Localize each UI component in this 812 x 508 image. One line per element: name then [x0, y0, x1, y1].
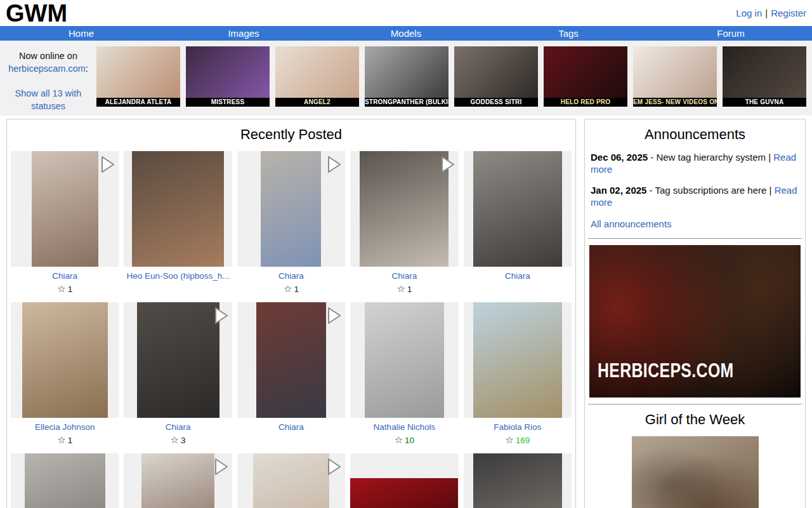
- star-rating: ☆1: [235, 283, 348, 294]
- online-model-thumb[interactable]: ALEJANDRA ATLETA: [96, 46, 180, 112]
- image-thumbnail[interactable]: [124, 453, 232, 508]
- online-model-thumb[interactable]: GODDESS SITRI: [454, 46, 538, 112]
- online-model-name-label: GODDESS SITRI: [454, 98, 538, 107]
- online-model-thumb[interactable]: ANGEL2: [275, 46, 359, 112]
- image-thumbnail[interactable]: [237, 151, 345, 267]
- all-announcements-link[interactable]: All announcements: [591, 218, 672, 229]
- image-card: [235, 453, 348, 508]
- online-colon: :: [86, 64, 88, 74]
- image-card: Chiara: [461, 151, 574, 294]
- recently-posted-title: Recently Posted: [7, 126, 575, 143]
- model-name-link[interactable]: Chiara: [278, 422, 304, 432]
- photo: [132, 151, 224, 267]
- model-name: Heo Eun-Soo (hipboss_h...: [121, 271, 234, 281]
- nav-item-models[interactable]: Models: [325, 28, 487, 39]
- nav-item-images[interactable]: Images: [162, 28, 325, 39]
- site-logo[interactable]: GWM: [6, 1, 67, 25]
- image-thumbnail[interactable]: [237, 302, 345, 418]
- photo: [137, 302, 219, 418]
- sidebar-divider: [588, 404, 802, 404]
- photo: [350, 478, 458, 508]
- girl-of-the-week-image[interactable]: [632, 436, 759, 508]
- model-name-link[interactable]: Nathalie Nichols: [374, 422, 436, 432]
- model-name-link[interactable]: Chiara: [505, 271, 530, 281]
- online-prefix: Now online on: [19, 51, 77, 61]
- image-card: Chiara: [235, 302, 348, 445]
- photo: [22, 302, 108, 418]
- image-thumbnail[interactable]: [350, 453, 458, 508]
- image-thumbnail[interactable]: [350, 302, 458, 418]
- model-name: Chiara: [348, 271, 461, 281]
- image-card: [121, 453, 234, 508]
- nav-item-home[interactable]: Home: [0, 28, 162, 39]
- star-count: 3: [181, 436, 186, 445]
- model-name-link[interactable]: Ellecia Johnson: [35, 422, 95, 432]
- online-model-thumb[interactable]: STRONGPANTHER (BULKIN: [365, 46, 449, 112]
- online-thumbs-row: ALEJANDRA ATLETAMISTRESSANGEL2STRONGPANT…: [96, 46, 806, 112]
- image-thumbnail[interactable]: [11, 151, 119, 267]
- model-name: Chiara: [461, 271, 574, 281]
- online-model-name-label: EM JESS- NEW VIDEOS ON: [633, 98, 717, 107]
- herbicepscam-link[interactable]: herbicepscam.com: [8, 64, 86, 74]
- photo: [360, 151, 449, 267]
- online-model-thumb[interactable]: MISTRESS: [186, 46, 270, 112]
- star-rating: ☆1: [8, 283, 121, 294]
- photo: [473, 151, 562, 267]
- star-rating: ☆1: [8, 434, 121, 445]
- top-header: GWM Log in|Register: [0, 0, 812, 26]
- online-model-name-label: MISTRESS: [186, 98, 270, 107]
- image-thumbnail[interactable]: [11, 453, 119, 508]
- model-name-link[interactable]: Chiara: [278, 271, 304, 281]
- model-name-link[interactable]: Chiara: [52, 271, 77, 281]
- image-card: Chiara☆1: [8, 151, 121, 294]
- image-thumbnail[interactable]: [350, 151, 458, 267]
- herbiceps-banner-ad[interactable]: HERBICEPS.COM: [589, 245, 801, 398]
- online-model-thumb[interactable]: EM JESS- NEW VIDEOS ON: [633, 46, 717, 112]
- image-thumbnail[interactable]: [11, 302, 119, 418]
- main-nav: HomeImagesModelsTagsForum: [0, 26, 812, 41]
- login-link[interactable]: Log in: [736, 8, 762, 18]
- star-rating: ☆3: [121, 434, 234, 445]
- image-card: Ellecia Johnson☆1: [8, 302, 121, 445]
- image-thumbnail[interactable]: [464, 151, 572, 267]
- star-count: 1: [407, 284, 412, 294]
- image-thumbnail[interactable]: [464, 302, 572, 418]
- image-thumbnail[interactable]: [237, 453, 345, 508]
- online-model-thumb[interactable]: HELO RED PRO: [544, 46, 627, 112]
- register-link[interactable]: Register: [771, 8, 806, 18]
- play-icon: [211, 305, 230, 326]
- photo: [256, 302, 326, 418]
- star-rating: ☆10: [348, 434, 461, 445]
- model-name-link[interactable]: Chiara: [392, 271, 417, 281]
- announcements-list: Dec 06, 2025 - New tag hierarchy system …: [587, 151, 803, 208]
- image-card: Fabiola Rios☆169: [461, 302, 574, 445]
- star-rating: ☆1: [348, 283, 461, 294]
- online-model-name-label: STRONGPANTHER (BULKIN: [365, 98, 449, 107]
- image-card: Nathalie Nichols☆10: [348, 302, 461, 445]
- star-icon: ☆: [284, 283, 292, 294]
- online-model-name-label: HELO RED PRO: [544, 98, 627, 107]
- play-icon: [438, 154, 457, 175]
- model-name: Chiara: [235, 422, 348, 432]
- image-card: Chiara☆1: [235, 151, 348, 294]
- nav-item-tags[interactable]: Tags: [487, 28, 650, 39]
- model-name-link[interactable]: Chiara: [166, 422, 191, 432]
- star-count: 169: [516, 436, 530, 445]
- image-card: Chiara☆1: [348, 151, 461, 294]
- online-model-photo: [186, 46, 270, 98]
- star-count: 1: [68, 436, 73, 445]
- star-count: 1: [294, 284, 299, 294]
- image-thumbnail[interactable]: [124, 151, 232, 267]
- online-model-thumb[interactable]: THE GUVNA: [723, 46, 806, 112]
- image-thumbnail[interactable]: [464, 453, 572, 508]
- image-card: [348, 453, 461, 508]
- model-name-link[interactable]: Fabiola Rios: [494, 422, 541, 432]
- model-name: Nathalie Nichols: [348, 422, 461, 432]
- model-name-link[interactable]: Heo Eun-Soo (hipboss_h...: [127, 271, 230, 281]
- image-card: Heo Eun-Soo (hipboss_h...: [121, 151, 234, 294]
- show-all-statuses-link[interactable]: Show all 13 with statuses: [15, 88, 82, 111]
- star-count: 10: [405, 436, 414, 445]
- nav-item-forum[interactable]: Forum: [650, 28, 812, 39]
- herbiceps-banner-text: HERBICEPS.COM: [598, 359, 734, 382]
- image-thumbnail[interactable]: [124, 302, 232, 418]
